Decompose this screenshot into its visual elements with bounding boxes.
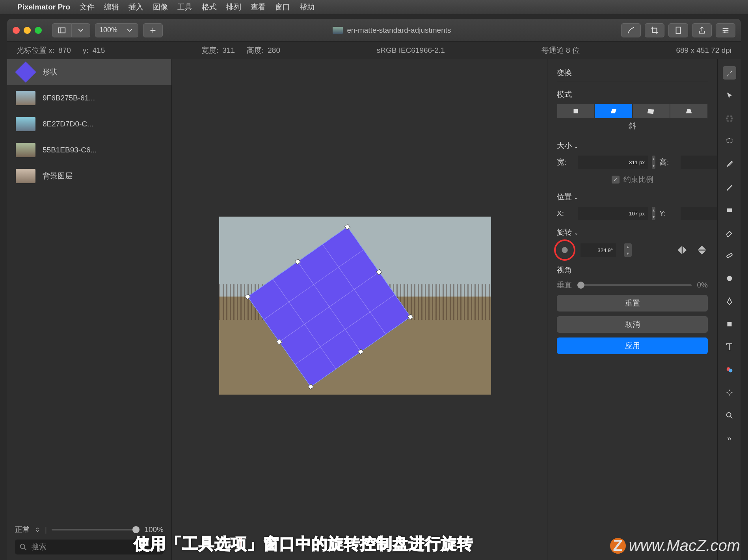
- layer-row[interactable]: 形状: [7, 59, 171, 85]
- mode-resize[interactable]: [557, 104, 595, 119]
- smudge-tool[interactable]: [723, 272, 736, 285]
- mode-skew[interactable]: [595, 104, 633, 119]
- rotation-input[interactable]: [581, 243, 616, 257]
- menu-edit[interactable]: 编辑: [104, 2, 119, 12]
- height-label: 高度:: [247, 45, 264, 56]
- layer-name: 背景图层: [43, 171, 73, 181]
- menu-insert[interactable]: 插入: [128, 2, 143, 12]
- app-name[interactable]: Pixelmator Pro: [17, 3, 70, 11]
- heal-tool[interactable]: [723, 249, 736, 262]
- skew-icon: [609, 107, 618, 115]
- marquee-tool[interactable]: [723, 112, 736, 125]
- menu-file[interactable]: 文件: [80, 2, 95, 12]
- menu-image[interactable]: 图像: [153, 2, 168, 12]
- zoom-window-button[interactable]: [35, 27, 42, 34]
- height-input[interactable]: [681, 156, 717, 169]
- eraser-tool[interactable]: [723, 226, 736, 239]
- blend-mode-select[interactable]: 正常: [15, 525, 30, 535]
- layers-panel: 形状 9F6B275B-61... 8E27D7D0-C... 55B1EB93…: [7, 59, 172, 560]
- lasso-tool[interactable]: [723, 135, 736, 148]
- mode-perspective[interactable]: [670, 104, 708, 119]
- pen-tool[interactable]: [723, 295, 736, 308]
- distort-icon: [647, 107, 655, 115]
- share-button[interactable]: [692, 23, 712, 37]
- flip-horizontal-icon[interactable]: [676, 244, 688, 256]
- fill-tool[interactable]: [723, 203, 736, 217]
- cancel-button[interactable]: 取消: [557, 316, 708, 333]
- layer-row[interactable]: 9F6B275B-61...: [7, 85, 171, 111]
- search-placeholder: 搜索: [32, 542, 47, 552]
- layer-row[interactable]: 8E27D7D0-C...: [7, 111, 171, 137]
- menu-view[interactable]: 查看: [251, 2, 266, 12]
- page-button[interactable]: [668, 23, 688, 37]
- menu-arrange[interactable]: 排列: [226, 2, 241, 12]
- mode-distort[interactable]: [633, 104, 670, 119]
- selected-shape[interactable]: [243, 221, 415, 393]
- svg-point-6: [20, 544, 25, 549]
- layer-row[interactable]: 55B1EB93-C6...: [7, 137, 171, 163]
- brush-tool[interactable]: [723, 180, 736, 194]
- color-tool[interactable]: [723, 363, 736, 376]
- layer-name: 55B1EB93-C6...: [43, 146, 97, 154]
- menu-window[interactable]: 窗口: [275, 2, 290, 12]
- color-adjust-button[interactable]: [621, 23, 641, 37]
- x-label: X:: [557, 209, 574, 218]
- rotate-section-title[interactable]: 旋转 ⌄: [557, 227, 708, 237]
- eraser-icon: [725, 228, 734, 237]
- color-circles-icon: [725, 365, 734, 374]
- eyedropper-icon: [725, 160, 734, 169]
- menu-tools[interactable]: 工具: [177, 2, 192, 12]
- flip-vertical-icon[interactable]: [696, 244, 708, 256]
- main-area: 形状 9F6B275B-61... 8E27D7D0-C... 55B1EB93…: [7, 59, 741, 560]
- perspective-slider[interactable]: [577, 284, 692, 286]
- zoom-tool[interactable]: [723, 409, 736, 422]
- layer-row[interactable]: 背景图层: [7, 163, 171, 189]
- perspective-icon: [685, 107, 693, 115]
- x-input[interactable]: [578, 207, 648, 220]
- layer-thumb: [16, 143, 35, 157]
- crop-button[interactable]: [645, 23, 664, 37]
- minimize-window-button[interactable]: [24, 27, 31, 34]
- svg-rect-12: [727, 322, 731, 326]
- style-tool[interactable]: [723, 66, 736, 80]
- y-input[interactable]: [681, 207, 717, 220]
- width-label: 宽度:: [201, 45, 218, 56]
- effects-tool[interactable]: [723, 386, 736, 399]
- layer-name: 9F6B275B-61...: [43, 94, 95, 102]
- marquee-icon: [725, 114, 734, 123]
- eyedropper-tool[interactable]: [723, 158, 736, 171]
- cursor-y-value: 415: [93, 46, 105, 55]
- add-button[interactable]: [143, 23, 163, 37]
- close-window-button[interactable]: [13, 27, 20, 34]
- text-tool[interactable]: T: [723, 340, 736, 354]
- square-icon: [725, 320, 734, 328]
- shape-tool[interactable]: [723, 317, 736, 331]
- document-title: en-matte-standard-adjustments: [347, 26, 451, 35]
- svg-point-14: [729, 369, 732, 372]
- more-tools[interactable]: »: [723, 432, 736, 445]
- position-section-title[interactable]: 位置 ⌄: [557, 192, 708, 202]
- settings-button[interactable]: [716, 23, 735, 37]
- svg-point-3: [724, 28, 725, 29]
- opacity-slider[interactable]: [52, 529, 140, 530]
- menu-help[interactable]: 帮助: [300, 2, 314, 12]
- arrow-tool[interactable]: [723, 89, 736, 102]
- sidebar-dropdown-button[interactable]: [72, 23, 90, 37]
- lasso-icon: [725, 137, 734, 146]
- sidebar-toggle-button[interactable]: [52, 23, 72, 37]
- size-section-title[interactable]: 大小 ⌄: [557, 141, 708, 151]
- menu-format[interactable]: 格式: [202, 2, 217, 12]
- constrain-checkbox[interactable]: ✓: [612, 176, 620, 184]
- reset-button[interactable]: 重置: [557, 295, 708, 312]
- paintbrush-icon: [725, 69, 734, 77]
- width-stepper[interactable]: ▲▼: [652, 156, 655, 169]
- x-stepper[interactable]: ▲▼: [652, 207, 655, 220]
- width-input[interactable]: [578, 156, 648, 169]
- rotation-dial[interactable]: [557, 242, 573, 258]
- canvas-area[interactable]: [172, 59, 547, 560]
- search-icon: [19, 543, 28, 551]
- apply-button[interactable]: 应用: [557, 337, 708, 354]
- rotation-stepper[interactable]: ▲▼: [624, 243, 632, 257]
- zoom-dropdown[interactable]: 100%: [95, 23, 138, 37]
- svg-point-9: [726, 139, 732, 143]
